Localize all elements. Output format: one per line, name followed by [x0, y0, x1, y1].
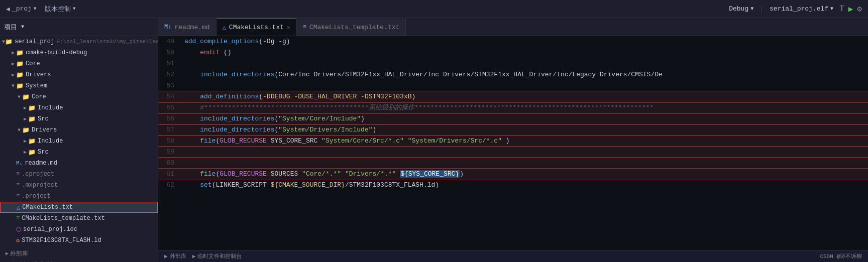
- code-token: [184, 104, 200, 111]
- run-icon[interactable]: ▶: [848, 4, 853, 14]
- table-row: 58 file(GLOB_RECURSE SYS_CORE_SRC "Syste…: [158, 136, 868, 147]
- ioc-file-icon: ⬡: [16, 226, 21, 233]
- sidebar-item-mxproject[interactable]: ≡ .mxproject: [0, 180, 158, 191]
- line-content: set(LINKER_SCRIPT ${CMAKE_SOURCE_DIR}/ST…: [182, 180, 868, 191]
- item-label: .project: [22, 193, 51, 200]
- tab-readme[interactable]: M↓ readme.md: [158, 19, 216, 36]
- sidebar-item-cmakelists-template[interactable]: ≡ CMakeLists_template.txt: [0, 213, 158, 224]
- sidebar-item-external[interactable]: ▶ 外部库: [0, 248, 158, 259]
- expand-arrow: ▶: [10, 50, 16, 56]
- txt-file-icon: ≡: [16, 215, 20, 222]
- sidebar-item-serial-proj[interactable]: ▼ 📁 serial_proj E:\scl_learn\stm32\my_gi…: [0, 36, 158, 47]
- sidebar-item-core-system[interactable]: ▼ 📁 Core: [0, 91, 158, 102]
- code-token: (: [259, 93, 263, 100]
- folder-icon: 📁: [16, 82, 24, 90]
- sidebar-item-system[interactable]: ▼ 📁 System: [0, 80, 158, 91]
- sidebar-item-readme[interactable]: M↓ readme.md: [0, 158, 158, 169]
- ld-file-icon: ⚙: [16, 237, 20, 244]
- version-control-button[interactable]: 版本控制 ▼: [45, 5, 76, 14]
- sidebar-item-ld[interactable]: ⚙ STM32F103C8TX_FLASH.ld: [0, 235, 158, 246]
- item-label: readme.md: [25, 160, 57, 167]
- item-label: Core: [26, 60, 40, 67]
- toolbar-icons: T ▶ ⚙: [839, 4, 862, 14]
- sidebar-dropdown-icon: ▼: [21, 24, 24, 30]
- external-libs-item[interactable]: ▶ 外部库: [164, 252, 186, 260]
- sidebar-item-src-core[interactable]: ▶ 📁 Src: [0, 113, 158, 124]
- external-label: 外部库: [170, 252, 186, 260]
- code-token: SYS_CORE_SRC: [267, 137, 321, 145]
- project-selector[interactable]: ◀ _proj ▼: [6, 5, 37, 13]
- tab-cmakelists[interactable]: △ CMakeLists.txt ✕: [216, 19, 297, 36]
- item-label: Include: [38, 104, 63, 111]
- line-content: endif (): [182, 47, 868, 58]
- elf-selector[interactable]: serial_proj.elf ▼: [770, 5, 833, 13]
- expand-arrow: ▶: [22, 138, 28, 144]
- tab-cmakelists-template[interactable]: ≡ CMakeLists_template.txt: [297, 19, 406, 36]
- code-token: ): [502, 137, 510, 145]
- folder-icon: 📁: [22, 93, 30, 101]
- table-row: 57 include_directories("System/Drivers/I…: [158, 124, 868, 136]
- code-token: "System/Core/Include": [278, 115, 361, 122]
- code-token: SOURCES: [267, 170, 302, 178]
- item-label: 外部库: [10, 249, 28, 258]
- expand-arrow: ▶: [22, 149, 28, 155]
- code-token: -DDEBUG -DUSE_HAL_DRIVER -DSTM32F103xB: [263, 93, 411, 100]
- sidebar-item-project[interactable]: ≡ .project: [0, 191, 158, 202]
- sidebar-title: 项目 ▼: [4, 23, 24, 32]
- code-token: (Core/Inc Drivers/STM32F1xx_HAL_Driver/I…: [274, 71, 662, 78]
- sidebar-item-ioc[interactable]: ⬡ serial_proj.ioc: [0, 224, 158, 235]
- line-number: 54: [158, 91, 182, 102]
- item-label: Src: [38, 149, 49, 156]
- code-token: [184, 126, 200, 134]
- sidebar-item-temp[interactable]: ▶ 临时文件和控制台: [0, 259, 158, 262]
- folder-icon: 📁: [16, 60, 24, 68]
- code-token: add_compile_options: [184, 38, 259, 45]
- line-content: add_definitions(-DDEBUG -DUSE_HAL_DRIVER…: [182, 91, 868, 102]
- code-token: set: [200, 181, 211, 189]
- code-token: [184, 137, 200, 145]
- sidebar-label: 项目: [4, 23, 17, 32]
- item-path: E:\scl_learn\stm32\my_gitee\lear: [56, 39, 158, 45]
- sidebar-item-cmakelists[interactable]: △ CMakeLists.txt: [0, 202, 158, 213]
- sidebar-item-cproject[interactable]: ≡ .cproject: [0, 169, 158, 180]
- line-content: [182, 80, 868, 91]
- edit-icon[interactable]: T: [839, 5, 844, 14]
- line-content: [182, 158, 868, 169]
- line-number: 51: [158, 58, 182, 69]
- code-editor[interactable]: 49 add_compile_options(-Og -g) 50 endif …: [158, 36, 868, 250]
- debug-label: Debug: [729, 5, 748, 13]
- sidebar-item-include-core[interactable]: ▶ 📁 Include: [0, 102, 158, 113]
- temp-files-item[interactable]: ▶ 临时文件和控制台: [192, 252, 242, 260]
- debug-config-selector[interactable]: Debug ▼: [729, 5, 753, 13]
- expand-arrow: ▼: [10, 83, 16, 89]
- sidebar-item-src-drivers[interactable]: ▶ 📁 Src: [0, 147, 158, 158]
- code-token: "System/Core/Src/*.c": [321, 137, 404, 145]
- sidebar: 项目 ▼ ▼ 📁 serial_proj E:\scl_learn\stm32\…: [0, 18, 158, 262]
- line-number: 56: [158, 113, 182, 124]
- table-row: 56 include_directories("System/Core/Incl…: [158, 113, 868, 124]
- code-token: "Drivers/*.*": [345, 170, 396, 178]
- line-content: file(GLOB_RECURSE SYS_CORE_SRC "System/C…: [182, 136, 868, 147]
- expand-arrow: ▶: [10, 61, 16, 67]
- item-label: .mxproject: [22, 182, 58, 189]
- table-row: 50 endif (): [158, 47, 868, 58]
- line-number: 62: [158, 180, 182, 191]
- sidebar-item-drivers-system[interactable]: ▼ 📁 Drivers: [0, 124, 158, 136]
- item-label: Core: [32, 93, 46, 100]
- tab-close-button[interactable]: ✕: [287, 24, 290, 31]
- code-token: "System/Drivers/Include": [278, 126, 372, 134]
- sidebar-header: 项目 ▼: [0, 18, 158, 36]
- sidebar-item-cmake-build-debug[interactable]: ▶ 📁 cmake-build-debug: [0, 47, 158, 58]
- settings-icon[interactable]: ⚙: [857, 4, 862, 14]
- item-label: cmake-build-debug: [26, 49, 87, 56]
- sidebar-item-core-top[interactable]: ▶ 📁 Core: [0, 58, 158, 69]
- item-label: serial_proj: [15, 38, 54, 45]
- code-token: #***************************************…: [200, 104, 653, 111]
- sidebar-item-include-drivers[interactable]: ▶ 📁 Include: [0, 136, 158, 147]
- item-label: Drivers: [32, 126, 57, 134]
- code-token: include_directories: [200, 126, 274, 134]
- debug-dropdown-icon: ▼: [750, 6, 753, 12]
- line-number: 58: [158, 136, 182, 147]
- sidebar-item-drivers-top[interactable]: ▶ 📁 Drivers: [0, 69, 158, 80]
- separator: |: [759, 5, 764, 13]
